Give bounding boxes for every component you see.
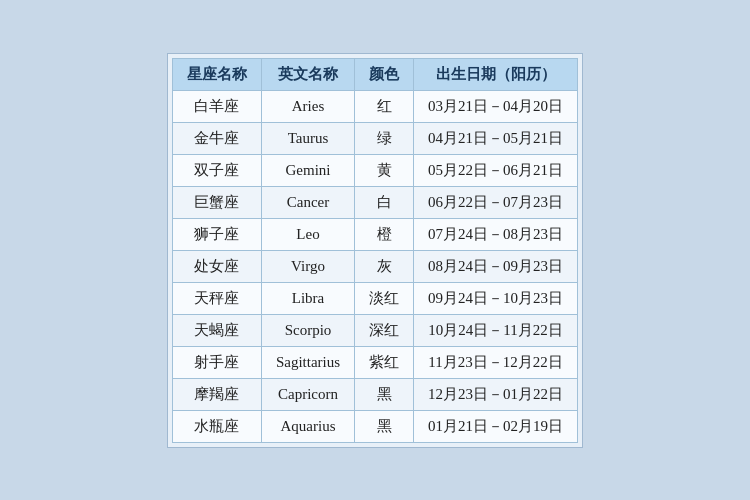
- cell-r8-c2: 紫红: [355, 346, 414, 378]
- cell-r10-c0: 水瓶座: [172, 410, 261, 442]
- cell-r0-c1: Aries: [261, 90, 354, 122]
- cell-r2-c3: 05月22日－06月21日: [414, 154, 578, 186]
- cell-r5-c2: 灰: [355, 250, 414, 282]
- col-header-0: 星座名称: [172, 58, 261, 90]
- cell-r8-c0: 射手座: [172, 346, 261, 378]
- table-row: 巨蟹座Cancer白06月22日－07月23日: [172, 186, 577, 218]
- table-header-row: 星座名称英文名称颜色出生日期（阳历）: [172, 58, 577, 90]
- cell-r3-c2: 白: [355, 186, 414, 218]
- cell-r4-c3: 07月24日－08月23日: [414, 218, 578, 250]
- cell-r2-c0: 双子座: [172, 154, 261, 186]
- cell-r7-c1: Scorpio: [261, 314, 354, 346]
- table-row: 天蝎座Scorpio深红10月24日－11月22日: [172, 314, 577, 346]
- cell-r6-c3: 09月24日－10月23日: [414, 282, 578, 314]
- cell-r1-c3: 04月21日－05月21日: [414, 122, 578, 154]
- cell-r1-c2: 绿: [355, 122, 414, 154]
- cell-r0-c0: 白羊座: [172, 90, 261, 122]
- cell-r9-c3: 12月23日－01月22日: [414, 378, 578, 410]
- cell-r7-c3: 10月24日－11月22日: [414, 314, 578, 346]
- cell-r3-c0: 巨蟹座: [172, 186, 261, 218]
- cell-r3-c3: 06月22日－07月23日: [414, 186, 578, 218]
- cell-r6-c2: 淡红: [355, 282, 414, 314]
- cell-r1-c1: Taurus: [261, 122, 354, 154]
- table-row: 天秤座Libra淡红09月24日－10月23日: [172, 282, 577, 314]
- cell-r0-c3: 03月21日－04月20日: [414, 90, 578, 122]
- cell-r10-c3: 01月21日－02月19日: [414, 410, 578, 442]
- col-header-1: 英文名称: [261, 58, 354, 90]
- cell-r6-c1: Libra: [261, 282, 354, 314]
- cell-r9-c0: 摩羯座: [172, 378, 261, 410]
- cell-r4-c1: Leo: [261, 218, 354, 250]
- cell-r8-c1: Sagittarius: [261, 346, 354, 378]
- cell-r6-c0: 天秤座: [172, 282, 261, 314]
- cell-r5-c3: 08月24日－09月23日: [414, 250, 578, 282]
- cell-r10-c1: Aquarius: [261, 410, 354, 442]
- table-row: 金牛座Taurus绿04月21日－05月21日: [172, 122, 577, 154]
- col-header-2: 颜色: [355, 58, 414, 90]
- cell-r2-c2: 黄: [355, 154, 414, 186]
- table-row: 白羊座Aries红03月21日－04月20日: [172, 90, 577, 122]
- cell-r9-c2: 黑: [355, 378, 414, 410]
- cell-r4-c0: 狮子座: [172, 218, 261, 250]
- cell-r0-c2: 红: [355, 90, 414, 122]
- table-row: 狮子座Leo橙07月24日－08月23日: [172, 218, 577, 250]
- cell-r1-c0: 金牛座: [172, 122, 261, 154]
- zodiac-table-wrapper: 星座名称英文名称颜色出生日期（阳历） 白羊座Aries红03月21日－04月20…: [167, 53, 583, 448]
- table-row: 双子座Gemini黄05月22日－06月21日: [172, 154, 577, 186]
- table-row: 射手座Sagittarius紫红11月23日－12月22日: [172, 346, 577, 378]
- cell-r7-c2: 深红: [355, 314, 414, 346]
- cell-r10-c2: 黑: [355, 410, 414, 442]
- table-row: 处女座Virgo灰08月24日－09月23日: [172, 250, 577, 282]
- cell-r5-c1: Virgo: [261, 250, 354, 282]
- table-row: 摩羯座Capricorn黑12月23日－01月22日: [172, 378, 577, 410]
- zodiac-table: 星座名称英文名称颜色出生日期（阳历） 白羊座Aries红03月21日－04月20…: [172, 58, 578, 443]
- cell-r7-c0: 天蝎座: [172, 314, 261, 346]
- cell-r5-c0: 处女座: [172, 250, 261, 282]
- cell-r3-c1: Cancer: [261, 186, 354, 218]
- cell-r8-c3: 11月23日－12月22日: [414, 346, 578, 378]
- cell-r2-c1: Gemini: [261, 154, 354, 186]
- table-row: 水瓶座Aquarius黑01月21日－02月19日: [172, 410, 577, 442]
- cell-r9-c1: Capricorn: [261, 378, 354, 410]
- cell-r4-c2: 橙: [355, 218, 414, 250]
- col-header-3: 出生日期（阳历）: [414, 58, 578, 90]
